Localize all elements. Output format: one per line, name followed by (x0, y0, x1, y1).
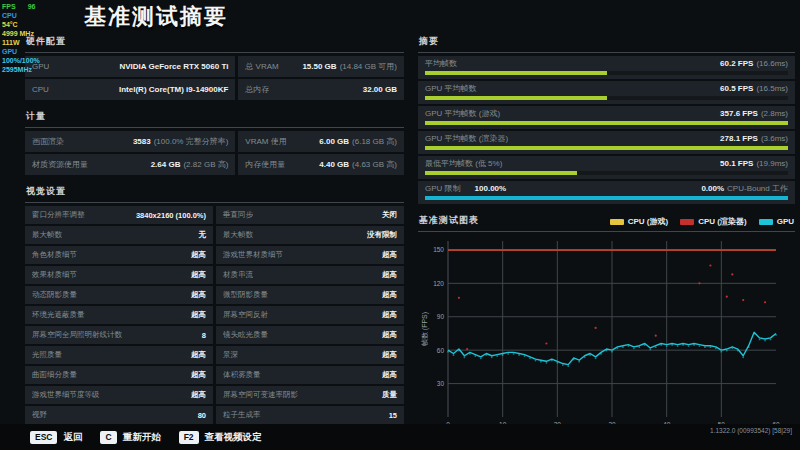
summary-row: GPU 平均帧数 (游戏)357.6 FPS(2.8ms) (418, 106, 795, 129)
summary-subvalue: (16.5ms) (756, 84, 788, 93)
svg-text:60: 60 (437, 347, 445, 354)
setting-cell: 最大帧数没有限制 (216, 226, 404, 244)
setting-value: 超高 (382, 310, 397, 320)
setting-label: 总 VRAM (245, 61, 278, 72)
summary-value: 60.5 FPS (720, 84, 753, 93)
setting-label: 效果材质细节 (32, 270, 77, 280)
setting-cell: 内存使用量4.40 GB(4.63 GB 高) (238, 154, 404, 175)
legend-swatch (680, 219, 694, 225)
setting-value: 80 (198, 411, 206, 420)
summary-value: 50.1 FPS (720, 159, 753, 168)
legend-item: GPU (759, 217, 794, 226)
setting-value: 8 (202, 331, 206, 340)
footer-hints: ESC返回C重新开始F2查看视频设定 (30, 431, 280, 444)
setting-cell: 材质串流超高 (216, 266, 404, 284)
footer-hint-f2[interactable]: F2查看视频设定 (179, 431, 262, 444)
setting-cell: 动态阴影质量超高 (25, 286, 213, 304)
setting-cell: 窗口分辨率调整3840x2160 (100.0%) (25, 206, 213, 224)
fps-bar-track (425, 71, 788, 75)
hud-cpu-power: 111W (2, 38, 40, 47)
keycap-esc[interactable]: ESC (30, 431, 57, 444)
keycap-f2[interactable]: F2 (179, 431, 199, 444)
svg-text:30: 30 (437, 380, 445, 387)
setting-label: CPU (32, 85, 49, 94)
summary-row: 最低平均帧数 (低 5%)50.1 FPS(19.9ms) (418, 156, 795, 179)
fps-bar-track (425, 196, 788, 200)
setting-cell: 材质资源使用量2.64 GB(2.82 GB 高) (25, 154, 235, 175)
summary-rows: 平均帧数60.2 FPS(16.6ms)GPU 平均帧数60.5 FPS(16.… (418, 56, 795, 204)
version-text: 1.1322.0 (00993542) [58|29] (710, 427, 792, 434)
setting-value: 没有限制 (367, 230, 397, 240)
setting-value: 4.40 GB(4.63 GB 高) (319, 159, 397, 170)
hud-gpu-clock: 2595MHz (2, 65, 40, 74)
setting-value: 超高 (191, 310, 206, 320)
setting-cell: 最大帧数无 (25, 226, 213, 244)
fps-bar (425, 96, 607, 100)
fps-bar-track (425, 171, 788, 175)
page-title: 基准测试摘要 (84, 2, 228, 32)
hud-fps-label: FPS (2, 3, 16, 10)
setting-label: 屏幕空间全局照明射线计数 (32, 330, 122, 340)
setting-label: 体积雾质量 (223, 370, 261, 380)
legend-label: GPU (777, 217, 794, 226)
legend-label: CPU (游戏) (628, 216, 668, 227)
setting-cell: 微型阴影质量超高 (216, 286, 404, 304)
fps-bar (425, 196, 788, 200)
setting-value: 3840x2160 (100.0%) (136, 211, 206, 220)
footer-hint-c[interactable]: C重新开始 (100, 431, 160, 444)
hud-gpu-label: GPU (2, 47, 40, 56)
summary-label: GPU 平均帧数 (425, 84, 477, 93)
legend-item: CPU (游戏) (610, 216, 668, 227)
setting-cell: 角色材质细节超高 (25, 246, 213, 264)
footer-bar: ESC返回C重新开始F2查看视频设定 1.1322.0 (00993542) [… (0, 424, 800, 450)
setting-cell: 体积雾质量超高 (216, 366, 404, 384)
setting-cell: VRAM 使用6.00 GB(6.18 GB 高) (238, 131, 404, 152)
summary-row: GPU 限制100.00%0.00%CPU-Bound 工作 (418, 181, 795, 204)
right-column: 摘要 平均帧数60.2 FPS(16.6ms)GPU 平均帧数60.5 FPS(… (418, 33, 795, 450)
setting-value: 超高 (191, 390, 206, 400)
setting-cell: 总 VRAM15.50 GB(14.84 GB 可用) (238, 56, 404, 77)
setting-cell: CPUIntel(R) Core(TM) i9-14900KF (25, 79, 235, 100)
setting-cell: 曲面细分质量超高 (25, 366, 213, 384)
setting-value: NVIDIA GeForce RTX 5060 Ti (119, 62, 228, 71)
summary-row: GPU 平均帧数 (渲染器)278.1 FPS(3.6ms) (418, 131, 795, 154)
setting-value: 超高 (191, 250, 206, 260)
legend-item: CPU (渲染器) (680, 216, 746, 227)
summary-subvalue: CPU-Bound 工作 (727, 184, 788, 193)
setting-value: 超高 (382, 250, 397, 260)
setting-label: 内存使用量 (245, 159, 285, 170)
setting-cell: 光照质量超高 (25, 346, 213, 364)
hint-label: 查看视频设定 (205, 431, 262, 444)
setting-cell: 屏幕空间可变速率阴影质量 (216, 386, 404, 404)
setting-value: 超高 (382, 370, 397, 380)
setting-value: Intel(R) Core(TM) i9-14900KF (119, 85, 228, 94)
setting-label: 视野 (32, 410, 47, 420)
setting-value: 关闭 (382, 210, 397, 220)
hardware-section: 硬件配置 GPUNVIDIA GeForce RTX 5060 Ti总 VRAM… (25, 33, 404, 100)
setting-label: 窗口分辨率调整 (32, 210, 85, 220)
summary-row: 平均帧数60.2 FPS(16.6ms) (418, 56, 795, 79)
setting-value: 3583(100.0% 完整分辨率) (133, 136, 228, 147)
keycap-c[interactable]: C (100, 431, 116, 444)
setting-label: 粒子生成率 (223, 410, 261, 420)
footer-hint-esc[interactable]: ESC返回 (30, 431, 82, 444)
setting-label: 最大帧数 (32, 230, 62, 240)
setting-value: 超高 (382, 350, 397, 360)
setting-label: 材质串流 (223, 270, 253, 280)
setting-label: 动态阴影质量 (32, 290, 77, 300)
setting-value: 15 (389, 411, 397, 420)
summary-subvalue: (2.8ms) (761, 109, 788, 118)
summary-row: GPU 平均帧数60.5 FPS(16.5ms) (418, 81, 795, 104)
setting-cell: 游戏世界细节度等级超高 (25, 386, 213, 404)
setting-value: 质量 (382, 390, 397, 400)
svg-text:150: 150 (433, 246, 444, 253)
metrics-section-title: 计量 (25, 108, 404, 128)
chart-section-title: 基准测试图表 (419, 214, 479, 227)
setting-value: 超高 (191, 270, 206, 280)
setting-label: 材质资源使用量 (32, 159, 88, 170)
visual-settings-grid: 窗口分辨率调整3840x2160 (100.0%)垂直同步关闭最大帧数无最大帧数… (25, 206, 404, 424)
legend-label: CPU (渲染器) (698, 216, 746, 227)
summary-value: 0.00% (701, 184, 724, 193)
setting-cell: 总内存32.00 GB (238, 79, 404, 100)
fps-bar-track (425, 121, 788, 125)
